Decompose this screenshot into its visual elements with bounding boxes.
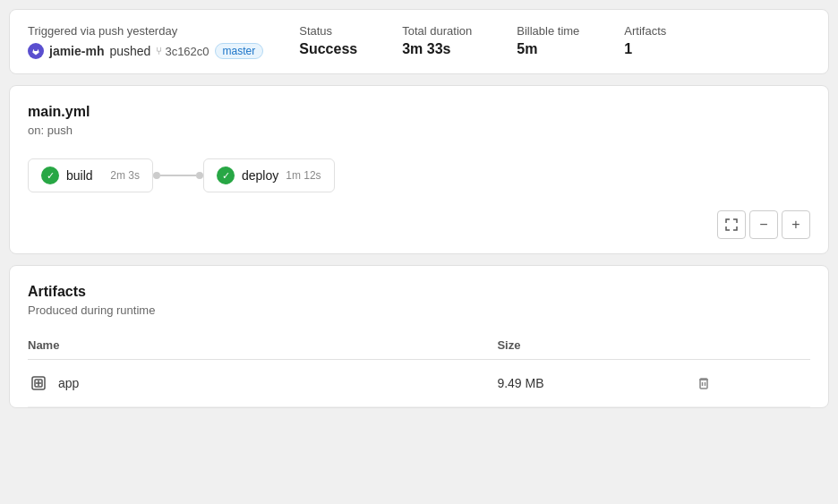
pipeline-trigger-label: on: push: [28, 124, 810, 137]
build-job-duration: 2m 3s: [110, 169, 140, 182]
billable-stat: Billable time 5m: [517, 24, 579, 57]
artifacts-table: Name Size: [28, 331, 810, 407]
username: jamie-mh: [49, 44, 104, 58]
artifact-size: 9.49 MB: [497, 360, 693, 407]
artifacts-header-label: Artifacts: [624, 24, 666, 38]
zoom-in-button[interactable]: +: [782, 210, 810, 239]
artifacts-subtitle: Produced during runtime: [28, 303, 810, 317]
plus-icon: +: [791, 217, 800, 233]
artifacts-header-value: 1: [624, 41, 666, 57]
artifacts-title: Artifacts: [28, 284, 810, 300]
connector-dot-right: [196, 172, 203, 179]
connector-line: [160, 175, 196, 176]
table-row: app 9.49 MB: [28, 360, 810, 407]
artifacts-stat: Artifacts 1: [624, 24, 666, 57]
col-header-size: Size: [497, 331, 693, 360]
col-header-name: Name: [28, 331, 497, 360]
minus-icon: −: [759, 217, 767, 233]
job-build[interactable]: ✓ build 2m 3s: [28, 158, 153, 192]
expand-button[interactable]: [717, 210, 746, 239]
status-label: Status: [299, 24, 357, 38]
commit-icon: ⑂: [156, 45, 162, 57]
delete-artifact-button[interactable]: [693, 372, 714, 394]
artifact-icon: [28, 372, 49, 394]
pipeline-card: main.yml on: push ✓ build 2m 3s ✓ deploy…: [9, 85, 829, 254]
deploy-status-icon: ✓: [217, 167, 235, 184]
commit-id: 3c162c0: [165, 45, 209, 58]
build-job-name: build: [66, 168, 103, 183]
artifact-action-cell: [693, 360, 810, 407]
artifact-name-cell: app: [28, 360, 497, 407]
action-label: pushed: [109, 44, 150, 58]
artifacts-card: Artifacts Produced during runtime Name S…: [9, 265, 829, 408]
trigger-label: Triggered via push yesterday: [28, 24, 263, 38]
deploy-job-duration: 1m 12s: [286, 169, 321, 182]
duration-label: Total duration: [402, 24, 472, 38]
commit-hash: ⑂ 3c162c0: [156, 45, 209, 58]
connector-dot-left: [153, 172, 160, 179]
billable-value: 5m: [517, 41, 579, 57]
status-stat: Status Success: [299, 24, 357, 57]
trigger-section: Triggered via push yesterday jamie-mh pu…: [28, 24, 263, 59]
job-deploy[interactable]: ✓ deploy 1m 12s: [203, 158, 335, 192]
duration-value: 3m 33s: [402, 41, 472, 57]
status-value: Success: [299, 41, 357, 57]
connector: [153, 172, 203, 179]
artifact-name: app: [58, 376, 79, 390]
pipeline-flow: ✓ build 2m 3s ✓ deploy 1m 12s: [28, 158, 810, 192]
svg-rect-4: [700, 380, 707, 389]
build-status-icon: ✓: [41, 167, 59, 184]
duration-stat: Total duration 3m 33s: [402, 24, 472, 57]
col-header-action: [693, 331, 810, 360]
zoom-out-button[interactable]: −: [749, 210, 778, 239]
branch-badge[interactable]: master: [215, 43, 264, 59]
pipeline-filename: main.yml: [28, 104, 810, 120]
billable-label: Billable time: [517, 24, 579, 38]
header-card: Triggered via push yesterday jamie-mh pu…: [9, 9, 829, 74]
gitlab-icon: [28, 43, 44, 59]
pipeline-controls: − +: [28, 210, 810, 239]
trigger-info: jamie-mh pushed ⑂ 3c162c0 master: [28, 43, 263, 59]
deploy-job-name: deploy: [242, 168, 278, 183]
